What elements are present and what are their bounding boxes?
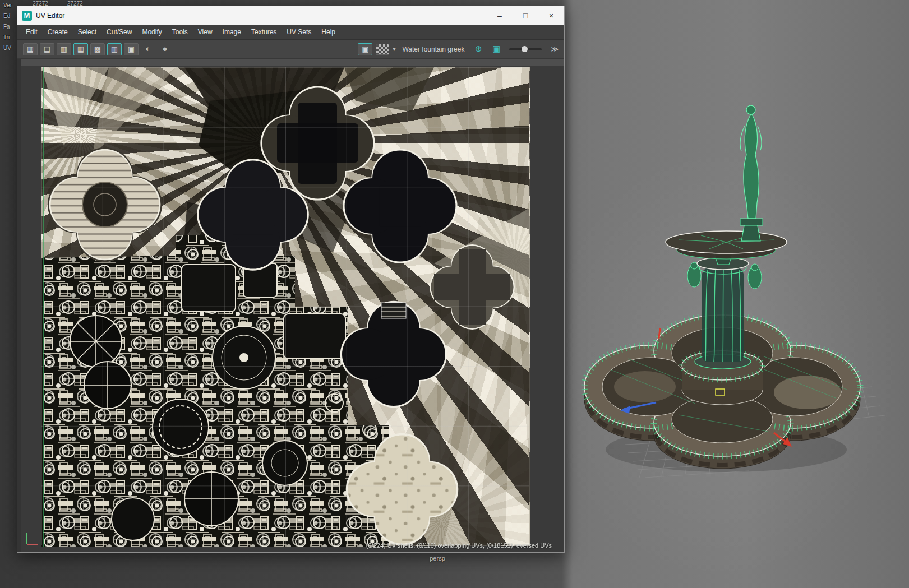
statue-plinth [740,219,763,225]
image-exposure-slider[interactable] [509,48,542,50]
uv-texture-area[interactable] [41,67,530,546]
chevron-down-icon[interactable]: ▾ [393,46,395,52]
menu-edit[interactable]: Edit [21,25,43,39]
texture-swatch-icon[interactable]: ▣ [489,43,504,55]
fountain-model [566,0,909,588]
menu-uv-sets[interactable]: UV Sets [282,25,316,39]
menu-create[interactable]: Create [43,25,73,39]
close-button[interactable]: × [538,6,564,25]
window-title: UV Editor [36,12,64,20]
texture-name-label: Water fountain greek [402,45,464,53]
model-view-region[interactable] [566,0,909,588]
maximize-button[interactable]: □ [513,6,538,25]
maya-logo-icon: M [22,11,32,21]
texture-image-toggle-button[interactable]: ▣ [358,43,372,55]
camera-label: persp [415,555,460,562]
uv-grid-display-button[interactable]: ▦ [73,43,88,55]
uv-layout-tile-button[interactable]: ▦ [23,43,38,55]
uv-axis-icon [23,530,40,547]
uv-snapshot-tile-button[interactable]: ▥ [57,43,71,55]
hud-stats: Ver Ed Fa Tri UV [3,0,12,53]
window-titlebar[interactable]: M UV Editor – □ × [17,6,564,25]
menu-help[interactable]: Help [316,25,340,39]
checker-map-icon[interactable] [376,44,389,55]
uv-tile-border-button[interactable]: ▥ [107,43,122,55]
texture-globe-icon[interactable]: ⊕ [471,43,486,55]
menu-select[interactable]: Select [73,25,101,39]
uv-editor-window: M UV Editor – □ × Edit Create Select Cut… [17,6,565,553]
floor-patch [614,371,676,402]
uv-shell-art [41,67,530,547]
canvas-left-strip [17,59,21,552]
statue [740,105,762,219]
menu-cut-sew[interactable]: Cut/Sew [101,25,137,39]
menu-textures[interactable]: Textures [246,25,282,39]
statue-socle [741,223,760,241]
menu-modify[interactable]: Modify [137,25,167,39]
dim-image-icon[interactable]: ◐ [141,43,155,55]
display-image-icon[interactable]: ● [158,43,172,55]
menu-view[interactable]: View [193,25,218,39]
floor-patch [774,376,841,409]
uv-toolbar: ▦ ▤ ▥ ▦ ▩ ▥ ▣ ◐ ● ▣ ▾ Water fountain gre… [17,40,564,59]
toolbar-expand-icon[interactable]: ≫ [551,45,559,53]
uv-shade-uvs-button[interactable]: ▣ [124,43,139,55]
uv-stack-tile-button[interactable]: ▤ [40,43,54,55]
minimize-button[interactable]: – [487,6,513,25]
slider-handle[interactable] [522,46,528,52]
menu-tools[interactable]: Tools [167,25,193,39]
uv-statistics-text: (0/224) UV shells, (0/116) overlapping U… [366,542,552,549]
menu-image[interactable]: Image [218,25,246,39]
menu-bar: Edit Create Select Cut/Sew Modify Tools … [17,25,564,40]
canvas-top-strip [17,59,564,66]
uv-pixel-snap-button[interactable]: ▩ [90,43,105,55]
uv-canvas[interactable]: (0/224) UV shells, (0/116) overlapping U… [17,59,564,552]
